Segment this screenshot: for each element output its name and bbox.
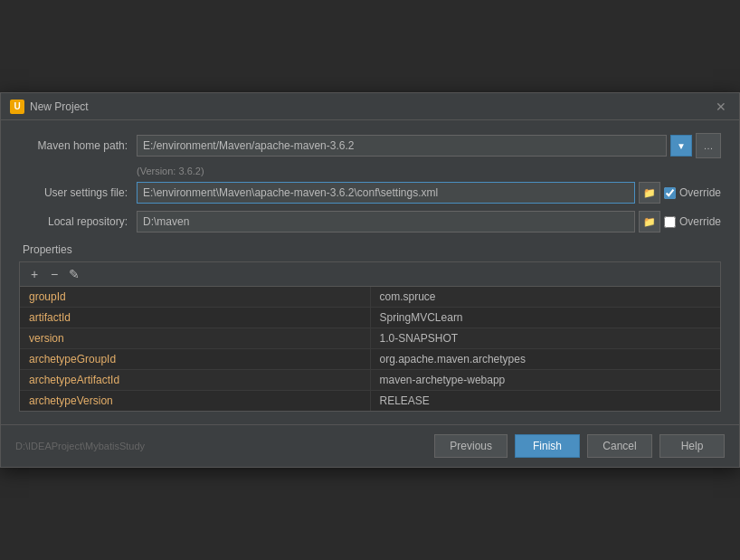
dialog-content: Maven home path: ▼ … (Version: 3.6.2) Us…	[1, 120, 739, 424]
user-settings-label: User settings file:	[19, 186, 137, 199]
user-settings-input-wrap: 📁 Override	[137, 182, 721, 204]
maven-version-hint: (Version: 3.6.2)	[137, 166, 721, 176]
maven-home-input[interactable]	[137, 135, 667, 157]
close-button[interactable]: ✕	[712, 99, 730, 115]
finish-button[interactable]: Finish	[515, 434, 580, 458]
maven-home-dropdown-btn[interactable]: ▼	[670, 135, 692, 157]
prop-value: 1.0-SNAPSHOT	[370, 328, 720, 349]
remove-property-btn[interactable]: −	[45, 265, 63, 283]
prop-key: archetypeVersion	[20, 391, 370, 412]
table-row[interactable]: archetypeArtifactIdmaven-archetype-webap…	[20, 370, 720, 391]
local-repo-row: Local repository: 📁 Override	[19, 211, 721, 233]
prop-key: archetypeGroupId	[20, 349, 370, 370]
user-settings-row: User settings file: 📁 Override	[19, 182, 721, 204]
table-row[interactable]: artifactIdSpringMVCLearn	[20, 308, 720, 328]
new-project-dialog: U New Project ✕ Maven home path: ▼ … (Ve…	[0, 92, 740, 468]
app-icon: U	[10, 100, 24, 114]
edit-property-btn[interactable]: ✎	[65, 265, 83, 283]
table-row[interactable]: groupIdcom.spruce	[20, 287, 720, 308]
previous-button[interactable]: Previous	[434, 434, 508, 458]
local-repo-override-checkbox[interactable]	[664, 216, 676, 228]
prop-key: groupId	[20, 287, 370, 308]
title-bar: U New Project ✕	[1, 93, 739, 120]
local-repo-label: Local repository:	[19, 215, 137, 228]
prop-value: maven-archetype-webapp	[370, 370, 720, 391]
user-settings-browse-btn[interactable]: 📁	[639, 182, 660, 204]
prop-value: SpringMVCLearn	[370, 308, 720, 328]
help-button[interactable]: Help	[659, 434, 725, 458]
title-bar-left: U New Project	[10, 100, 89, 114]
local-repo-override-wrap: Override	[664, 215, 721, 228]
prop-value: org.apache.maven.archetypes	[370, 349, 720, 370]
local-repo-input-wrap: 📁 Override	[137, 211, 721, 233]
cancel-button[interactable]: Cancel	[587, 434, 652, 458]
properties-section-label: Properties	[19, 243, 721, 256]
maven-home-label: Maven home path:	[19, 139, 137, 152]
add-property-btn[interactable]: +	[25, 265, 43, 283]
prop-key: artifactId	[20, 308, 370, 328]
prop-key: version	[20, 328, 370, 349]
prop-key: archetypeArtifactId	[20, 370, 370, 391]
dialog-title: New Project	[30, 100, 89, 113]
table-row[interactable]: version1.0-SNAPSHOT	[20, 328, 720, 349]
table-row[interactable]: archetypeGroupIdorg.apache.maven.archety…	[20, 349, 720, 370]
properties-toolbar: + − ✎	[20, 262, 720, 287]
footer-path: D:\IDEAProject\MybatisStudy	[15, 441, 427, 451]
prop-value: RELEASE	[370, 391, 720, 412]
user-settings-override-wrap: Override	[664, 186, 721, 199]
local-repo-override-label: Override	[679, 215, 721, 228]
user-settings-override-checkbox[interactable]	[664, 187, 676, 199]
properties-table: groupIdcom.spruceartifactIdSpringMVCLear…	[20, 287, 720, 411]
properties-section: + − ✎ groupIdcom.spruceartifactIdSpringM…	[19, 261, 721, 412]
maven-home-browse-btn[interactable]: …	[696, 133, 721, 158]
user-settings-input[interactable]	[137, 182, 635, 204]
prop-value: com.spruce	[370, 287, 720, 308]
local-repo-browse-btn[interactable]: 📁	[639, 211, 660, 233]
user-settings-override-label: Override	[679, 186, 721, 199]
table-row[interactable]: archetypeVersionRELEASE	[20, 391, 720, 412]
maven-home-row: Maven home path: ▼ …	[19, 133, 721, 158]
dialog-footer: D:\IDEAProject\MybatisStudy Previous Fin…	[1, 424, 739, 467]
maven-home-input-wrap: ▼ …	[137, 133, 721, 158]
local-repo-input[interactable]	[137, 211, 635, 233]
